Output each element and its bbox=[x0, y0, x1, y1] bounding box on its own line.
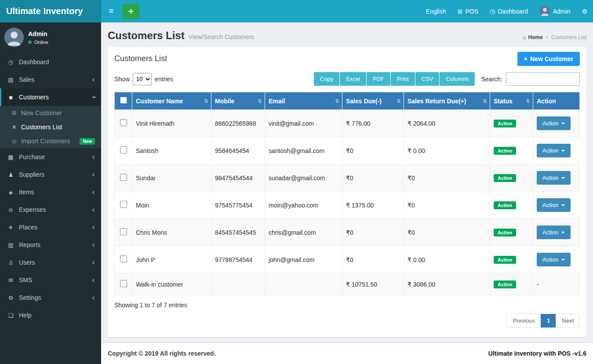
suppliers-icon: ♟ bbox=[7, 171, 15, 178]
select-all-header[interactable] bbox=[115, 92, 132, 110]
next-page-button[interactable]: Next bbox=[556, 314, 580, 328]
column-header-sales-return-due[interactable]: Sales Return Due(+)⇅ bbox=[404, 92, 490, 110]
row-checkbox[interactable] bbox=[120, 146, 127, 153]
version-text: Ultimate Inventory with POS -v1.6 bbox=[488, 350, 586, 357]
page-1-button[interactable]: 1 bbox=[541, 314, 556, 328]
action-button[interactable]: Action bbox=[537, 226, 571, 239]
submenu-item-new-customer[interactable]: ⊞ New Customer bbox=[0, 106, 101, 120]
row-checkbox[interactable] bbox=[120, 119, 127, 126]
sales-due-value: ₹ 1375.00 bbox=[346, 202, 374, 209]
column-label: Action bbox=[537, 98, 556, 105]
sort-icon: ⇅ bbox=[483, 98, 487, 104]
customer-email: chris@gmail.com bbox=[269, 229, 316, 236]
row-checkbox[interactable] bbox=[120, 255, 127, 262]
action-button[interactable]: Action bbox=[537, 171, 571, 185]
sidebar-item-settings[interactable]: ⚙ Settings ‹ bbox=[0, 289, 101, 306]
customer-email: john@gmail.com bbox=[269, 256, 314, 263]
sidebar-item-label: Suppliers bbox=[19, 171, 44, 178]
online-dot-icon bbox=[28, 40, 32, 44]
sidebar-item-dashboard[interactable]: ◷ Dashboard bbox=[0, 53, 101, 71]
customer-name: Vinit Hiremath bbox=[136, 120, 175, 127]
table-footer: Showing 1 to 7 of 7 entries Previous 1 N… bbox=[108, 295, 586, 328]
dashboard-link[interactable]: ◷ Dashboard bbox=[484, 0, 534, 22]
sidebar-item-users[interactable]: ♙ Users ‹ bbox=[0, 254, 101, 271]
brand-title: Ultimate Inventory bbox=[6, 6, 83, 16]
customers-table: Customer Name⇅ Mobile⇅ Email⇅ Sales Due(… bbox=[114, 92, 580, 295]
row-checkbox[interactable] bbox=[120, 280, 127, 287]
breadcrumb-separator: > bbox=[546, 34, 549, 40]
user-menu[interactable]: Admin bbox=[534, 0, 576, 22]
sidebar-item-suppliers[interactable]: ♟ Suppliers ‹ bbox=[0, 166, 101, 183]
table-row: Moin 97545775454 moin@yahoo.com ₹ 1375.0… bbox=[115, 192, 580, 219]
copy-button[interactable]: Copy bbox=[314, 72, 339, 86]
copyright-text: Copyright © 2019 All rights reserved. bbox=[108, 350, 216, 357]
sidebar-toggle-button[interactable]: ≡ bbox=[101, 0, 121, 22]
status-badge: Active bbox=[494, 229, 516, 237]
help-book-icon: ❏ bbox=[7, 312, 15, 319]
search-input[interactable] bbox=[506, 72, 580, 86]
status-badge: Active bbox=[494, 256, 516, 264]
sidebar-item-sales[interactable]: ▤ Sales ‹ bbox=[0, 71, 101, 88]
sidebar-item-help[interactable]: ❏ Help bbox=[0, 306, 101, 324]
status-badge: Active bbox=[494, 201, 516, 209]
customer-mobile: 845457454545 bbox=[215, 229, 256, 236]
settings-gear-icon: ⚙ bbox=[7, 295, 15, 301]
customer-name: Moin bbox=[136, 202, 149, 209]
print-button[interactable]: Print bbox=[391, 72, 415, 86]
page-title: Customers List bbox=[108, 29, 185, 42]
settings-menu[interactable]: ⚙ bbox=[576, 0, 593, 22]
column-header-status[interactable]: Status⇅ bbox=[490, 92, 533, 110]
excel-button[interactable]: Excel bbox=[340, 72, 366, 86]
sidebar-item-items[interactable]: ◈ Items ‹ bbox=[0, 183, 101, 201]
panel-title: Customers List bbox=[114, 54, 167, 63]
sidebar-item-customers[interactable]: ☻ Customers ‹ bbox=[0, 88, 101, 106]
quick-add-button[interactable]: + bbox=[123, 4, 139, 19]
action-button[interactable]: Action bbox=[537, 144, 571, 157]
submenu-item-customers-list[interactable]: ≡ Customers List bbox=[0, 120, 101, 134]
sidebar-menu-bottom: ▦ Purchase ‹ ♟ Suppliers ‹ ◈ Items ‹ ⊖ E… bbox=[0, 148, 101, 324]
submenu-item-import-customers[interactable]: ◎ Import Customers New bbox=[0, 134, 101, 148]
new-customer-button[interactable]: + New Customer bbox=[517, 52, 580, 66]
breadcrumb-home-link[interactable]: ⌂ Home bbox=[523, 34, 543, 40]
sidebar-item-expenses[interactable]: ⊖ Expenses ‹ bbox=[0, 201, 101, 218]
online-status-label: Online bbox=[34, 40, 48, 45]
customers-icon: ☻ bbox=[7, 94, 15, 101]
chevron-left-icon: ‹ bbox=[92, 189, 95, 195]
language-menu[interactable]: English bbox=[420, 0, 452, 22]
pdf-button[interactable]: PDF bbox=[367, 72, 390, 86]
pos-label: POS bbox=[465, 8, 478, 15]
action-button[interactable]: Action bbox=[537, 198, 571, 212]
previous-page-button[interactable]: Previous bbox=[506, 314, 541, 328]
row-checkbox[interactable] bbox=[120, 228, 127, 235]
select-all-checkbox[interactable] bbox=[120, 97, 127, 104]
sidebar-menu: ◷ Dashboard ▤ Sales ‹ ☻ Customers ‹ bbox=[0, 53, 101, 106]
sidebar-item-label: SMS bbox=[19, 277, 32, 284]
breadcrumb: ⌂ Home > Customers List bbox=[523, 34, 586, 40]
row-checkbox[interactable] bbox=[120, 174, 127, 181]
page-length-select[interactable]: 10 bbox=[133, 73, 152, 85]
sidebar-item-purchase[interactable]: ▦ Purchase ‹ bbox=[0, 148, 101, 166]
column-header-email[interactable]: Email⇅ bbox=[265, 92, 342, 110]
submenu-item-label: Customers List bbox=[21, 124, 62, 131]
customer-mobile: 866022565988 bbox=[215, 120, 256, 127]
columns-button[interactable]: Columns bbox=[440, 72, 474, 86]
column-header-sales-due[interactable]: Sales Due(-)⇅ bbox=[342, 92, 404, 110]
pos-link[interactable]: ⊞ POS bbox=[452, 0, 484, 22]
column-header-mobile[interactable]: Mobile⇅ bbox=[211, 92, 265, 110]
navbar: ≡ + English ⊞ POS ◷ Dashboard Admin bbox=[101, 0, 593, 22]
sidebar-item-places[interactable]: ✈ Places ‹ bbox=[0, 218, 101, 236]
submenu-item-label: Import Customers bbox=[21, 138, 70, 145]
row-checkbox[interactable] bbox=[120, 201, 127, 208]
action-button[interactable]: Action bbox=[537, 116, 571, 130]
sidebar-item-label: Sales bbox=[19, 76, 34, 83]
brand-logo[interactable]: Ultimate Inventory bbox=[0, 0, 101, 22]
sidebar-item-sms[interactable]: ✉ SMS ‹ bbox=[0, 271, 101, 289]
sales-due-value: ₹0 bbox=[346, 256, 353, 263]
dashboard-icon: ◷ bbox=[490, 8, 495, 15]
csv-button[interactable]: CSV bbox=[415, 72, 440, 86]
sidebar-item-label: Users bbox=[19, 259, 35, 266]
sidebar-item-reports[interactable]: ▥ Reports ‹ bbox=[0, 236, 101, 254]
action-button[interactable]: Action bbox=[537, 253, 571, 266]
column-header-customer-name[interactable]: Customer Name⇅ bbox=[132, 92, 211, 110]
chevron-left-icon: ‹ bbox=[92, 225, 95, 230]
